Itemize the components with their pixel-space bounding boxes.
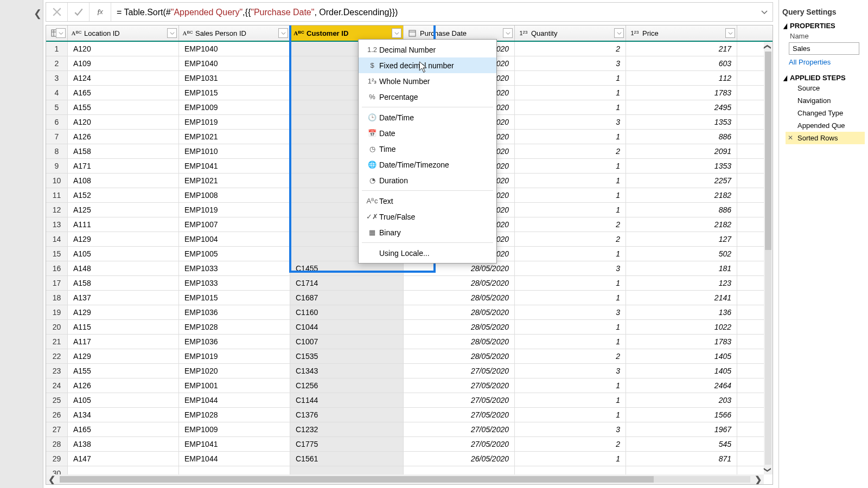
cell-price[interactable]: 886: [626, 130, 737, 144]
table-row[interactable]: 25A105EMP1044C114427/05/20201203: [46, 393, 764, 408]
cell-location[interactable]: A115: [68, 320, 179, 334]
column-header-purchasedate[interactable]: Purchase Date: [404, 25, 515, 41]
cell-salesperson[interactable]: EMP1004: [179, 232, 290, 246]
cell-location[interactable]: A155: [68, 364, 179, 378]
cell-date[interactable]: 28/05/2020: [404, 335, 515, 349]
cell-quantity[interactable]: 2: [515, 232, 626, 246]
applied-step[interactable]: Source: [786, 82, 865, 94]
cell-price[interactable]: 2495: [626, 100, 737, 114]
cell-quantity[interactable]: 3: [515, 261, 626, 275]
cell-location[interactable]: A108: [68, 174, 179, 188]
cell-location[interactable]: A152: [68, 188, 179, 202]
cell-salesperson[interactable]: EMP1019: [179, 203, 290, 217]
applied-steps-header[interactable]: ◢APPLIED STEPS: [782, 74, 865, 82]
cell-date[interactable]: 27/05/2020: [404, 422, 515, 436]
cell-salesperson[interactable]: EMP1007: [179, 217, 290, 232]
cell-quantity[interactable]: 1: [515, 276, 626, 290]
cell-customer[interactable]: C1256: [290, 378, 404, 393]
cell-location[interactable]: A111: [68, 217, 179, 232]
cell-quantity[interactable]: 1: [515, 71, 626, 85]
cell-quantity[interactable]: 2: [515, 217, 626, 232]
cell-price[interactable]: 1022: [626, 320, 737, 334]
cell-price[interactable]: 2141: [626, 291, 737, 305]
cell-price[interactable]: 2091: [626, 144, 737, 158]
cell-location[interactable]: A129: [68, 349, 179, 363]
cell-customer[interactable]: C1376: [290, 408, 404, 422]
cell-salesperson[interactable]: EMP1015: [179, 291, 290, 305]
type-menu-item[interactable]: ◷Time: [359, 141, 496, 157]
cell-salesperson[interactable]: EMP1033: [179, 276, 290, 290]
cell-date[interactable]: 28/05/2020: [404, 291, 515, 305]
cell-price[interactable]: 217: [626, 42, 737, 56]
cell-salesperson[interactable]: [179, 466, 290, 474]
cell-date[interactable]: 27/05/2020: [404, 408, 515, 422]
cell-quantity[interactable]: 1: [515, 320, 626, 334]
cell-salesperson[interactable]: EMP1041: [179, 437, 290, 451]
cell-quantity[interactable]: 1: [515, 408, 626, 422]
cell-location[interactable]: A147: [68, 452, 179, 466]
cell-location[interactable]: A125: [68, 203, 179, 217]
cell-quantity[interactable]: 2: [515, 144, 626, 158]
expand-formula-button[interactable]: [756, 8, 773, 16]
column-header-salesperson[interactable]: ABC Sales Person ID: [179, 25, 290, 41]
cell-customer[interactable]: C1160: [290, 305, 404, 319]
cell-location[interactable]: A124: [68, 71, 179, 85]
cell-salesperson[interactable]: EMP1021: [179, 174, 290, 188]
cell-salesperson[interactable]: EMP1033: [179, 261, 290, 275]
cell-salesperson[interactable]: EMP1021: [179, 130, 290, 144]
cell-price[interactable]: 136: [626, 305, 737, 319]
cell-price[interactable]: 1353: [626, 115, 737, 129]
cell-quantity[interactable]: 1: [515, 393, 626, 407]
cell-location[interactable]: A126: [68, 130, 179, 144]
cell-customer[interactable]: C1714: [290, 276, 404, 290]
cell-date[interactable]: 27/05/2020: [404, 393, 515, 407]
type-menu-item[interactable]: 🌐Date/Time/Timezone: [359, 157, 496, 172]
cell-customer[interactable]: C1343: [290, 364, 404, 378]
cell-quantity[interactable]: 1: [515, 335, 626, 349]
row-index-header[interactable]: [46, 25, 68, 41]
cell-price[interactable]: 2257: [626, 174, 737, 188]
cell-price[interactable]: 181: [626, 261, 737, 275]
applied-step[interactable]: ✕Sorted Rows: [786, 132, 865, 144]
cell-salesperson[interactable]: EMP1036: [179, 335, 290, 349]
cell-location[interactable]: A126: [68, 378, 179, 393]
cell-location[interactable]: A129: [68, 305, 179, 319]
type-menu-item[interactable]: %Percentage: [359, 89, 496, 105]
cell-quantity[interactable]: 1: [515, 247, 626, 261]
cell-price[interactable]: 127: [626, 232, 737, 246]
cell-salesperson[interactable]: EMP1005: [179, 247, 290, 261]
cell-price[interactable]: 1783: [626, 86, 737, 100]
table-row[interactable]: 16A148EMP1033C145528/05/20203181: [46, 261, 764, 276]
cell-price[interactable]: 2182: [626, 188, 737, 202]
cell-location[interactable]: A165: [68, 422, 179, 436]
cell-quantity[interactable]: 3: [515, 56, 626, 70]
index-dropdown[interactable]: [56, 28, 66, 38]
scroll-left-icon[interactable]: ❮: [48, 474, 55, 485]
type-menu-item[interactable]: ✓✗True/False: [359, 209, 496, 224]
vertical-scrollbar[interactable]: ❮ ❯: [764, 42, 773, 474]
cell-customer[interactable]: [290, 466, 404, 474]
cell-customer[interactable]: C1775: [290, 437, 404, 451]
type-menu-item[interactable]: AᴮcText: [359, 193, 496, 209]
filter-dropdown[interactable]: [392, 28, 401, 38]
table-row[interactable]: 17A158EMP1033C171428/05/20201123: [46, 276, 764, 291]
cell-location[interactable]: A158: [68, 276, 179, 290]
table-row[interactable]: 24A126EMP1001C125627/05/202012464: [46, 378, 764, 393]
cell-price[interactable]: 502: [626, 247, 737, 261]
cell-date[interactable]: 26/05/2020: [404, 452, 515, 466]
cell-date[interactable]: [404, 466, 515, 474]
type-menu-item[interactable]: 📅Date: [359, 125, 496, 141]
cell-quantity[interactable]: 3: [515, 115, 626, 129]
type-menu-locale[interactable]: Using Locale...: [359, 245, 496, 261]
cell-quantity[interactable]: 1: [515, 291, 626, 305]
cell-customer[interactable]: C1044: [290, 320, 404, 334]
cell-quantity[interactable]: [515, 466, 626, 474]
cell-quantity[interactable]: 2: [515, 437, 626, 451]
table-row[interactable]: 23A155EMP1020C134327/05/202031405: [46, 364, 764, 378]
table-row[interactable]: 26A134EMP1028C137627/05/202011566: [46, 408, 764, 422]
table-row[interactable]: 28A138EMP1041C177527/05/20202545: [46, 437, 764, 452]
cell-customer[interactable]: C1535: [290, 349, 404, 363]
table-row[interactable]: 18A137EMP1015C168728/05/202012141: [46, 291, 764, 305]
cell-location[interactable]: A134: [68, 408, 179, 422]
filter-dropdown[interactable]: [167, 28, 177, 38]
